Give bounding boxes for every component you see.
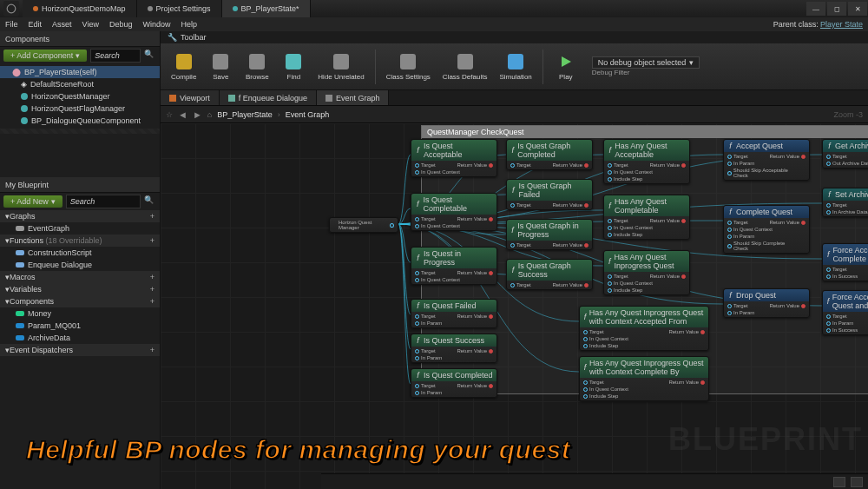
bp-node[interactable]: fForce Accept Complete All QuestTargetRe… bbox=[822, 243, 868, 281]
input-pin[interactable]: Should Skip Acceptable Check bbox=[727, 168, 800, 178]
input-pin[interactable]: Target bbox=[510, 162, 531, 168]
nav-back-button[interactable]: ◄ bbox=[178, 109, 187, 120]
input-pin[interactable]: In Quest Context bbox=[415, 223, 460, 228]
input-pin[interactable]: Target bbox=[415, 383, 436, 388]
bp-node[interactable]: Horizon Quest Manager bbox=[329, 217, 398, 233]
menu-item[interactable]: View bbox=[82, 20, 99, 29]
input-pin[interactable]: In Param bbox=[415, 320, 442, 326]
toolbar-button[interactable]: Save bbox=[203, 46, 238, 88]
input-pin[interactable]: In Archive Data bbox=[826, 209, 868, 215]
output-pin[interactable]: Return Value bbox=[769, 303, 806, 308]
myblueprint-search-input[interactable]: Search bbox=[66, 195, 141, 208]
node-header[interactable]: fAccept Quest bbox=[724, 140, 809, 152]
title-tab[interactable]: BP_PlayerState* bbox=[222, 0, 311, 17]
node-header[interactable]: fComplete Quest bbox=[724, 206, 809, 218]
output-pin[interactable]: Return Value bbox=[457, 383, 493, 388]
node-header[interactable]: fIs Quest Graph Failed bbox=[507, 180, 592, 201]
menu-item[interactable]: Debug bbox=[109, 20, 133, 29]
component-self[interactable]: ⬤BP_PlayerState(self) bbox=[0, 66, 160, 78]
graph-tab[interactable]: f Enqueue Dialogue bbox=[220, 90, 317, 105]
node-header[interactable]: fSet Archive Data bbox=[823, 188, 868, 201]
output-pin[interactable]: Return Value bbox=[668, 380, 705, 385]
graph-tab[interactable]: Event Graph bbox=[317, 90, 390, 105]
title-tab[interactable]: HorizonQuestDemoMap bbox=[23, 0, 137, 17]
component-scene-root[interactable]: ◈DefaultSceneRoot bbox=[0, 78, 160, 90]
category-header[interactable]: ▾Functions (18 Overridable)+ bbox=[0, 235, 160, 247]
bp-node[interactable]: fHas Any Quest Inprogress Quest with Con… bbox=[579, 306, 709, 351]
input-pin[interactable]: Include Step bbox=[608, 232, 642, 237]
add-component-button[interactable]: + Add Component▾ bbox=[3, 50, 87, 62]
add-icon[interactable]: + bbox=[150, 236, 155, 245]
input-pin[interactable]: In Param bbox=[826, 320, 853, 326]
input-pin[interactable]: Target bbox=[608, 162, 628, 168]
category-header[interactable]: ▾Macros+ bbox=[0, 271, 160, 283]
input-pin[interactable]: Target bbox=[826, 154, 847, 159]
category-item[interactable]: Enqueue Dialogue bbox=[0, 259, 160, 271]
output-pin[interactable]: Horizon Quest Manager bbox=[339, 220, 394, 230]
category-header[interactable]: ▾Components+ bbox=[0, 295, 160, 307]
bp-node[interactable]: fGet Archive DataTargetReturn ValueOut A… bbox=[822, 139, 868, 169]
output-pin[interactable]: Return Value bbox=[668, 329, 705, 334]
input-pin[interactable]: In Param bbox=[415, 390, 442, 395]
input-pin[interactable]: In Quest Context bbox=[608, 225, 653, 230]
input-pin[interactable]: Include Step bbox=[583, 393, 618, 399]
node-header[interactable]: fHas Any Quest Inprogress Quest bbox=[604, 251, 689, 272]
input-pin[interactable]: In Success bbox=[826, 327, 858, 333]
menu-item[interactable]: Window bbox=[142, 20, 170, 29]
input-pin[interactable]: Should Skip Complete Check bbox=[727, 241, 800, 251]
input-pin[interactable]: In Quest Context bbox=[583, 336, 628, 341]
component-item[interactable]: HorizonQuestManager bbox=[0, 90, 160, 102]
input-pin[interactable]: Target bbox=[415, 270, 436, 275]
event-graph-canvas[interactable]: BLUEPRINT QuestManager CheckQuestHorizon… bbox=[161, 123, 868, 489]
category-item[interactable]: ConstructionScript bbox=[0, 247, 160, 259]
home-icon[interactable]: ⌂ bbox=[207, 110, 212, 119]
node-header[interactable]: fGet Archive Data bbox=[823, 140, 868, 152]
node-header[interactable]: fIs Quest Failed bbox=[411, 300, 496, 312]
bp-node[interactable]: fHas Any Quest Inprogress QuestTargetRet… bbox=[603, 250, 690, 295]
input-pin[interactable]: Out Archive Data bbox=[826, 161, 868, 166]
input-pin[interactable]: Target bbox=[727, 303, 748, 308]
node-header[interactable]: fHas Any Quest Inprogress Quest with Con… bbox=[580, 307, 708, 327]
bp-node[interactable]: fForce Accept Complete Quest and Depende… bbox=[822, 290, 868, 335]
output-pin[interactable]: Return Value bbox=[649, 218, 686, 223]
bp-node[interactable]: fHas Any Quest CompletableTargetReturn V… bbox=[603, 195, 690, 240]
toolbar-button[interactable]: Find bbox=[276, 46, 311, 88]
input-pin[interactable]: Target bbox=[826, 202, 847, 208]
bp-node[interactable]: fIs Quest CompletableTargetReturn ValueI… bbox=[411, 193, 497, 231]
add-icon[interactable]: + bbox=[150, 273, 155, 281]
bp-node[interactable]: fIs Quest in ProgressTargetReturn ValueI… bbox=[411, 247, 497, 285]
output-pin[interactable]: Return Value bbox=[552, 282, 589, 287]
add-icon[interactable]: + bbox=[150, 297, 155, 306]
input-pin[interactable]: Target bbox=[510, 202, 531, 208]
node-header[interactable]: fForce Accept Complete All Quest bbox=[823, 244, 868, 265]
components-panel-header[interactable]: Components bbox=[0, 31, 160, 47]
bp-node[interactable]: fIs Quest Graph FailedTargetReturn Value bbox=[506, 179, 593, 210]
bp-node[interactable]: fIs Quest CompletedTargetReturn ValueIn … bbox=[411, 368, 497, 398]
output-pin[interactable]: Return Value bbox=[552, 162, 589, 168]
output-pin[interactable]: Return Value bbox=[552, 242, 589, 248]
input-pin[interactable]: In Param bbox=[727, 161, 754, 166]
toolbar-button[interactable]: Class Defaults bbox=[437, 46, 493, 88]
bp-node[interactable]: fComplete QuestTargetReturn ValueIn Ques… bbox=[723, 205, 810, 254]
category-item[interactable]: EventGraph bbox=[0, 222, 160, 235]
component-item[interactable]: BP_DialogueQueueComponent bbox=[0, 115, 160, 127]
category-header[interactable]: ▾Variables+ bbox=[0, 283, 160, 295]
component-item[interactable]: HorizonQuestFlagManager bbox=[0, 102, 160, 115]
toolbar-button[interactable]: Play bbox=[549, 46, 583, 88]
category-item[interactable]: ArchiveData bbox=[0, 332, 160, 344]
input-pin[interactable]: Include Step bbox=[583, 343, 618, 348]
bp-node[interactable]: fAccept QuestTargetReturn ValueIn ParamS… bbox=[723, 139, 810, 181]
output-pin[interactable]: Return Value bbox=[457, 216, 493, 221]
menu-item[interactable]: File bbox=[5, 20, 18, 29]
input-pin[interactable]: In Quest Context bbox=[608, 169, 653, 175]
input-pin[interactable]: Target bbox=[727, 154, 748, 159]
input-pin[interactable]: Target bbox=[510, 282, 531, 287]
output-pin[interactable]: Return Value bbox=[457, 348, 493, 354]
node-header[interactable]: fIs Quest Graph Success bbox=[507, 260, 592, 281]
find-panel-button[interactable] bbox=[851, 477, 863, 487]
input-pin[interactable]: In Success bbox=[826, 274, 858, 279]
input-pin[interactable]: Target bbox=[826, 314, 847, 319]
title-tab[interactable]: Project Settings bbox=[137, 0, 222, 17]
input-pin[interactable]: Target bbox=[583, 329, 604, 334]
input-pin[interactable]: Target bbox=[608, 218, 628, 223]
